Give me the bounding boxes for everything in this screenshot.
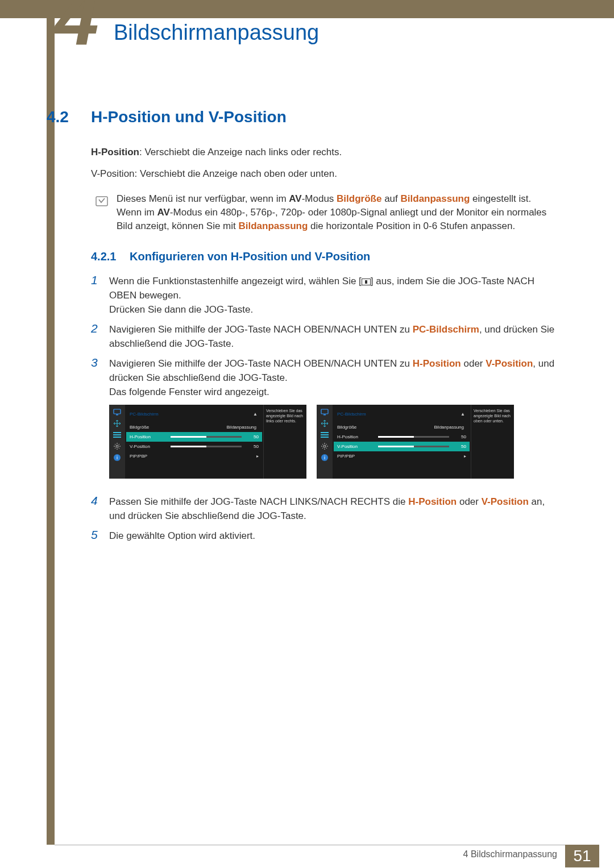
chapter-title: Bildschirmanpassung xyxy=(114,20,319,45)
slider xyxy=(171,446,242,447)
osd-menu-h: i PC-Bildschirm▲ BildgrößeBildanpassung … xyxy=(109,405,306,479)
step-4: 4 Passen Sie mithilfe der JOG-Taste NACH… xyxy=(91,495,557,523)
section-title: H-Position und V-Position xyxy=(91,108,287,126)
slider xyxy=(171,436,242,438)
move-icon xyxy=(320,420,329,427)
svg-text:i: i xyxy=(117,455,118,460)
svg-rect-11 xyxy=(321,432,329,433)
step-text: Wenn die Funktionstastenhilfe angezeigt … xyxy=(109,274,557,317)
page-number: 51 xyxy=(565,845,599,867)
svg-point-14 xyxy=(323,445,326,447)
up-arrow-icon: ▲ xyxy=(460,407,465,421)
subsection-number: 4.2.1 xyxy=(91,250,116,263)
step-1: 1 Wenn die Funktionstastenhilfe angezeig… xyxy=(91,274,557,317)
svg-rect-13 xyxy=(321,437,329,438)
osd-menu-v: i PC-Bildschirm▲ BildgrößeBildanpassung … xyxy=(317,405,514,479)
hposition-text: : Verschiebt die Anzeige nach links oder… xyxy=(139,147,342,157)
up-arrow-icon: ▲ xyxy=(253,407,258,421)
hposition-label: H-Position xyxy=(91,147,139,157)
monitor-icon xyxy=(320,408,329,416)
vposition-description: V-Position: Verschiebt die Anzeige nach … xyxy=(91,168,337,180)
step-text: Die gewählte Option wird aktiviert. xyxy=(109,529,557,543)
osd-description: Verschieben Sie das angezeigte Bild nach… xyxy=(263,405,306,479)
osd-description: Verschieben Sie das angezeigte Bild nach… xyxy=(471,405,514,479)
step-3: 3 Navigieren Sie mithilfe der JOG-Taste … xyxy=(91,356,557,489)
step-number: 3 xyxy=(91,356,109,489)
move-icon xyxy=(113,420,122,427)
vposition-label: V-Position xyxy=(91,168,135,179)
list-icon xyxy=(320,431,329,439)
info-icon: i xyxy=(113,454,122,462)
footer-divider xyxy=(55,845,599,845)
subsection-title: Konfigurieren von H-Position und V-Posit… xyxy=(130,250,370,263)
svg-point-6 xyxy=(116,445,118,447)
step-text: Navigieren Sie mithilfe der JOG-Taste NA… xyxy=(109,356,557,489)
menu-icon xyxy=(362,279,371,285)
svg-rect-1 xyxy=(114,409,121,414)
section-number: 4.2 xyxy=(47,108,69,126)
gear-icon xyxy=(320,442,329,450)
note-text: Dieses Menü ist nur verfügbar, wenn im A… xyxy=(117,192,554,233)
list-icon xyxy=(113,431,122,439)
steps-list: 1 Wenn die Funktionstastenhilfe angezeig… xyxy=(91,274,557,549)
step-5: 5 Die gewählte Option wird aktiviert. xyxy=(91,529,557,543)
hposition-description: H-Position: Verschiebt die Anzeige nach … xyxy=(91,147,342,158)
svg-rect-5 xyxy=(113,437,121,438)
slider xyxy=(378,446,449,447)
svg-rect-2 xyxy=(116,414,118,416)
chapter-number: 4 xyxy=(55,0,99,57)
note-icon xyxy=(95,194,109,208)
gear-icon xyxy=(113,442,122,450)
vposition-text: : Verschiebt die Anzeige nach oben oder … xyxy=(135,168,337,179)
step-text: Navigieren Sie mithilfe der JOG-Taste NA… xyxy=(109,322,557,351)
step-number: 2 xyxy=(91,322,109,351)
osd-main: PC-Bildschirm▲ BildgrößeBildanpassung H-… xyxy=(333,405,471,479)
step-number: 5 xyxy=(91,529,109,543)
chevron-right-icon: ▸ xyxy=(455,449,466,463)
step-2: 2 Navigieren Sie mithilfe der JOG-Taste … xyxy=(91,322,557,351)
svg-rect-3 xyxy=(113,432,121,433)
svg-text:i: i xyxy=(324,455,325,460)
svg-rect-9 xyxy=(321,409,328,414)
step-text: Passen Sie mithilfe der JOG-Taste NACH L… xyxy=(109,495,557,523)
svg-rect-4 xyxy=(113,434,121,435)
step-number: 1 xyxy=(91,274,109,317)
osd-sidebar: i xyxy=(317,405,333,479)
svg-rect-12 xyxy=(321,434,329,435)
monitor-icon xyxy=(113,408,122,416)
slider xyxy=(378,436,449,438)
footer-chapter-label: 4 Bildschirmanpassung xyxy=(463,849,557,859)
osd-screenshots-row: i PC-Bildschirm▲ BildgrößeBildanpassung … xyxy=(109,405,557,479)
step-number: 4 xyxy=(91,495,109,523)
svg-rect-10 xyxy=(323,414,326,416)
osd-row-pip: PIP/PBP▸ xyxy=(334,451,470,461)
osd-main: PC-Bildschirm▲ BildgrößeBildanpassung H-… xyxy=(125,405,263,479)
osd-row-pip: PIP/PBP▸ xyxy=(126,451,262,461)
sidebar-stripe xyxy=(47,0,55,845)
chevron-right-icon: ▸ xyxy=(247,449,259,463)
info-icon: i xyxy=(320,454,329,462)
osd-sidebar: i xyxy=(109,405,125,479)
